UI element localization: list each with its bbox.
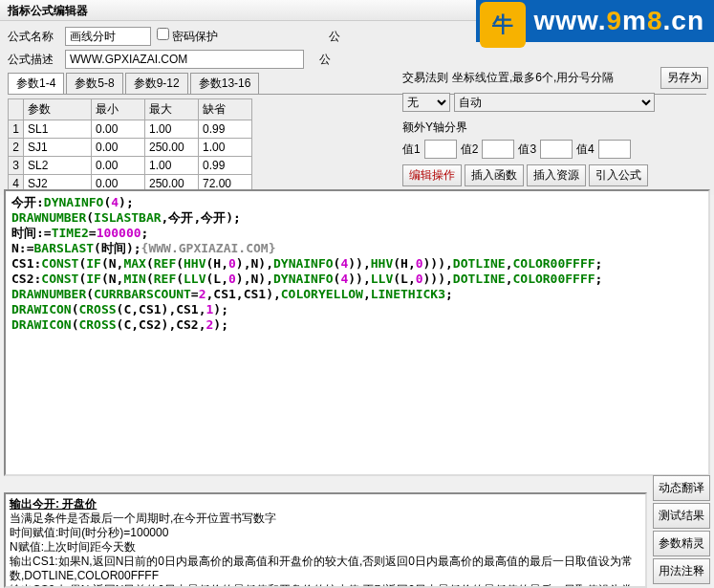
watermark-url: www.9m8.cn [533,6,704,35]
watermark: 牛 www.9m8.cn [476,0,714,42]
value-label: 值3 [518,142,536,158]
param-def-input[interactable] [199,157,251,174]
param-max-input[interactable] [145,157,198,174]
rule-select[interactable]: 无 [402,93,450,112]
action-button[interactable]: 引入公式 [589,164,648,186]
param-header: 参数 [24,99,92,120]
desc-label: 公式描述 [8,52,59,68]
param-tab[interactable]: 参数1-4 [8,73,64,94]
action-button[interactable]: 编辑操作 [402,164,462,186]
action-button[interactable]: 插入资源 [527,164,586,186]
table-row: 2 [9,139,252,157]
param-tab[interactable]: 参数13-16 [190,73,260,94]
param-header: 最大 [145,99,199,120]
watermark-logo-icon: 牛 [480,2,526,48]
param-tab[interactable]: 参数9-12 [125,73,188,94]
value-input[interactable] [482,140,514,159]
param-min-input[interactable] [92,139,144,156]
coord-select[interactable]: 自动 [454,93,655,112]
value-label: 值2 [461,142,479,158]
saveas-button[interactable]: 另存为 [660,67,708,89]
value-input[interactable] [540,140,573,159]
table-row: 3 [9,157,252,175]
extra-axis-label: 额外Y轴分界 [402,120,467,136]
param-max-input[interactable] [145,139,198,156]
output-area: 输出今开: 开盘价当满足条件是否最后一个周期时,在今开位置书写数字时间赋值:时间… [4,492,647,588]
value-label: 值1 [402,142,421,158]
output-line: 当满足条件是否最后一个周期时,在今开位置书写数字 [10,512,641,526]
param-def-input[interactable] [199,120,251,138]
output-line: 输出CS2:如果N,返回N日前的0日内最低价的最低值和开盘价的较小值,否则返回0… [10,583,641,588]
param-header [9,99,24,120]
param-min-input[interactable] [92,157,144,174]
side-button[interactable]: 测试结果 [653,503,710,529]
param-tab[interactable]: 参数5-8 [66,73,122,94]
name-input[interactable] [65,27,151,46]
output-line: 时间赋值:时间(时分秒)=100000 [10,526,641,540]
side-button[interactable]: 参数精灵 [653,531,710,556]
param-name-input[interactable] [24,139,91,156]
param-name-input[interactable] [24,157,91,174]
output-line: N赋值:上次时间距今天数 [10,540,641,555]
code-editor[interactable]: 今开:DYNAINFO(4);DRAWNUMBER(ISLASTBAR,今开,今… [4,189,710,476]
param-table: 参数最小最大缺省1234 [8,98,252,193]
side-button[interactable]: 动态翻译 [653,475,710,501]
param-max-input[interactable] [145,120,198,138]
value-input[interactable] [424,140,457,159]
desc-right-label: 公 [319,52,331,68]
side-buttons: 动态翻译测试结果参数精灵用法注释 [653,475,710,584]
action-button[interactable]: 插入函数 [465,164,524,186]
desc-input[interactable] [65,50,304,69]
value-label: 值4 [576,142,595,158]
value-input[interactable] [598,140,631,159]
password-checkbox[interactable] [157,28,169,40]
output-line: 输出CS1:如果N,返回N日前的0日内最高价的最高值和开盘价的较大值,否则返回0… [10,555,641,583]
side-button[interactable]: 用法注释 [653,558,710,584]
param-header: 最小 [92,99,145,120]
rule-label: 交易法则 [402,70,448,86]
output-line: 输出今开: 开盘价 [10,497,641,512]
password-check[interactable]: 密码保护 [157,28,218,45]
coord-label: 坐标线位置,最多6个,用分号分隔 [452,70,657,86]
type-label: 公 [329,29,340,45]
name-label: 公式名称 [8,29,59,45]
param-header: 缺省 [199,99,252,120]
param-min-input[interactable] [92,120,144,138]
param-name-input[interactable] [24,120,91,138]
table-row: 1 [9,120,252,139]
param-def-input[interactable] [199,139,251,156]
